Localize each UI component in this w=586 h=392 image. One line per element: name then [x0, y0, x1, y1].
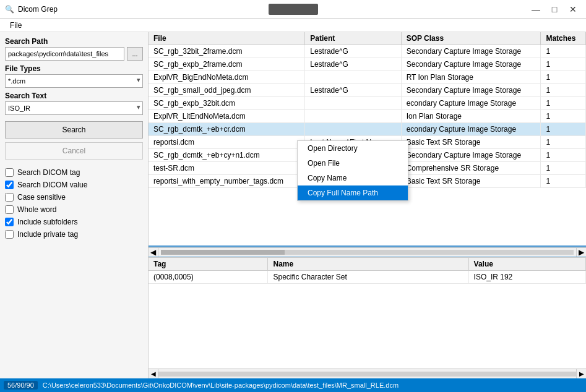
scroll-right-btn[interactable]: ▶ [576, 248, 586, 257]
hscrollbar[interactable] [161, 250, 574, 255]
minimize-button[interactable]: — [528, 3, 544, 15]
status-count: 56/90/90 [4, 381, 38, 390]
whole-word-checkbox[interactable] [5, 205, 14, 214]
cell-patient [305, 110, 401, 123]
path-row: ... [5, 47, 143, 61]
cell-sopClass: RT Ion Plan Storage [401, 71, 541, 84]
search-dicom-tag-label: Search DICOM tag [17, 168, 80, 177]
cell-file: SC_rgb_dcmtk_+eb+cr.dcm [149, 123, 305, 136]
table-row[interactable]: SC_rgb_dcmtk_+eb+cr.dcmecondary Capture … [149, 123, 586, 136]
cell-matches: 1 [541, 123, 586, 136]
cell-file: ExplVR_LitEndNoMeta.dcm [149, 110, 305, 123]
col-file: File [149, 32, 305, 45]
context-menu-copy-full-name-path[interactable]: Copy Full Name Path [298, 185, 408, 200]
cell-file: reportsi_with_empty_number_tags.dcm [149, 175, 305, 188]
status-path: C:\Users\celeron533\Documents\Git\OnkoDI… [43, 381, 582, 389]
cell-matches: 1 [541, 84, 586, 97]
table-row[interactable]: SC_rgb_32bit_2frame.dcmLestrade^GSeconda… [149, 45, 586, 58]
browse-button[interactable]: ... [127, 47, 143, 61]
cell-sopClass: Ion Plan Storage [401, 110, 541, 123]
include-subfolders-label: Include subfolders [17, 218, 77, 226]
right-panel: File Patient SOP Class Matches SC_rgb_32… [149, 32, 586, 378]
detail-table-row[interactable]: (0008,0005)Specific Character SetISO_IR … [149, 271, 586, 284]
search-text-wrapper [5, 101, 143, 115]
cell-patient: Lestrade^G [305, 45, 401, 58]
cell-matches: 1 [541, 110, 586, 123]
include-private-tag-label: Include private tag [17, 230, 78, 239]
status-bar: 56/90/90 C:\Users\celeron533\Documents\G… [0, 378, 586, 392]
detail-cell-value: ISO_IR 192 [468, 271, 585, 284]
checkbox-include-private-tag: Include private tag [5, 230, 143, 239]
detail-area[interactable]: Tag Name Value (0008,0005)Specific Chara… [149, 257, 586, 369]
include-subfolders-checkbox[interactable] [5, 218, 14, 226]
search-text-input[interactable] [5, 101, 143, 115]
col-matches: Matches [541, 32, 586, 45]
cell-sopClass: Secondary Capture Image Storage [401, 45, 541, 58]
col-sop-class: SOP Class [401, 32, 541, 45]
maximize-button[interactable]: □ [546, 3, 562, 15]
file-types-input[interactable] [5, 74, 143, 88]
search-dicom-tag-checkbox[interactable] [5, 168, 14, 177]
checkbox-include-subfolders: Include subfolders [5, 218, 143, 226]
table-header-row: File Patient SOP Class Matches [149, 32, 586, 45]
detail-col-value: Value [468, 258, 585, 271]
cancel-button[interactable]: Cancel [5, 142, 143, 160]
bottom-hscrollbar[interactable] [158, 372, 576, 377]
file-types-wrapper [5, 74, 143, 88]
cell-file: reportsi.dcm [149, 136, 305, 149]
cell-sopClass: econdary Capture Image Storage [401, 97, 541, 110]
search-dicom-value-label: Search DICOM value [17, 181, 87, 189]
cell-matches: 1 [541, 97, 586, 110]
bottom-scroll-left[interactable]: ◀ [149, 369, 158, 378]
context-menu-copy-name[interactable]: Copy Name [298, 171, 408, 185]
cell-matches: 1 [541, 149, 586, 162]
checkbox-search-dicom-tag: Search DICOM tag [5, 168, 143, 177]
detail-table-body: (0008,0005)Specific Character SetISO_IR … [149, 271, 586, 284]
whole-word-label: Whole word [17, 205, 56, 214]
title-bar: 🔍 Dicom Grep — □ ✕ [0, 0, 586, 19]
menu-bar: File [0, 19, 586, 32]
file-table-area[interactable]: File Patient SOP Class Matches SC_rgb_32… [149, 32, 586, 247]
cell-matches: 1 [541, 58, 586, 71]
top-hscroll-area[interactable]: ◀ ▶ [149, 247, 586, 257]
cell-sopClass: Secondary Capture Image Storage [401, 149, 541, 162]
title-bar-left: 🔍 Dicom Grep [5, 5, 58, 14]
cell-matches: 1 [541, 175, 586, 188]
app-title: Dicom Grep [18, 5, 58, 14]
cell-file: SC_rgb_expb_32bit.dcm [149, 97, 305, 110]
table-row[interactable]: SC_rgb_small_odd_jpeg.dcmLestrade^GSecon… [149, 84, 586, 97]
search-path-section: Search Path ... [5, 37, 143, 61]
close-button[interactable]: ✕ [565, 3, 581, 15]
taskbar-btn [269, 4, 318, 15]
table-row[interactable]: SC_rgb_expb_2frame.dcmLestrade^GSecondar… [149, 58, 586, 71]
cell-file: SC_rgb_expb_2frame.dcm [149, 58, 305, 71]
hscrollbar-thumb[interactable] [161, 250, 285, 255]
search-path-label: Search Path [5, 37, 143, 46]
search-dicom-value-checkbox[interactable] [5, 181, 14, 189]
table-row[interactable]: ExplVR_BigEndNoMeta.dcmRT Ion Plan Stora… [149, 71, 586, 84]
context-menu-open-file[interactable]: Open File [298, 156, 408, 171]
search-text-label: Search Text [5, 92, 143, 100]
cell-file: test-SR.dcm [149, 162, 305, 175]
cell-patient [305, 97, 401, 110]
cell-file: ExplVR_BigEndNoMeta.dcm [149, 71, 305, 84]
checkbox-search-dicom-value: Search DICOM value [5, 181, 143, 189]
search-button[interactable]: Search [5, 121, 143, 138]
include-private-tag-checkbox[interactable] [5, 230, 14, 239]
context-menu-open-directory[interactable]: Open Directory [298, 141, 408, 156]
cell-file: SC_rgb_dcmtk_+eb+cy+n1.dcm [149, 149, 305, 162]
table-row[interactable]: ExplVR_LitEndNoMeta.dcmIon Plan Storage1 [149, 110, 586, 123]
case-sensitive-checkbox[interactable] [5, 193, 14, 202]
main-layout: Search Path ... File Types Search Text S… [0, 32, 586, 378]
table-row[interactable]: SC_rgb_expb_32bit.dcmecondary Capture Im… [149, 97, 586, 110]
file-types-section: File Types [5, 64, 143, 88]
bottom-scroll-right[interactable]: ▶ [576, 369, 586, 378]
detail-cell-tag: (0008,0005) [149, 271, 268, 284]
scroll-left-btn[interactable]: ◀ [149, 248, 158, 257]
checkboxes-section: Search DICOM tag Search DICOM value Case… [5, 167, 143, 239]
menu-file[interactable]: File [5, 20, 27, 31]
bottom-hscroll-area[interactable]: ◀ ▶ [149, 369, 586, 378]
detail-cell-name: Specific Character Set [268, 271, 468, 284]
search-path-input[interactable] [5, 47, 124, 61]
col-patient: Patient [305, 32, 401, 45]
